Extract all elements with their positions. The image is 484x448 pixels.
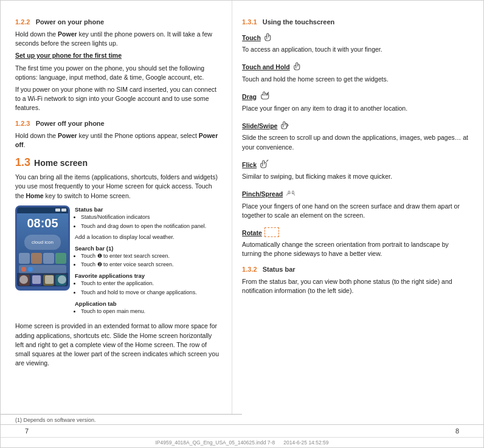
drag-desc: Place your finger on any item to drag it… [242,104,469,113]
rotate-header: Rotate [242,225,469,239]
setup-heading: Set up your phone for the first time [15,51,222,60]
page-container: 1.2.2 Power on your phone Hold down the … [0,0,484,448]
section-131: 1.3.1 Using the touchscreen Touch To acc… [242,18,469,259]
slide-header: Slide/Swipe [242,118,469,132]
section-123: 1.2.3 Power off your phone Hold down the… [15,119,222,150]
touch-hold-desc: Touch and hold the home screen to get th… [242,75,469,84]
pinch-spread-icon [285,188,296,199]
fav-apps-label: Favorite applications tray Touch to ente… [75,272,222,296]
rotate-icon [264,227,279,237]
drag-icon [259,90,270,101]
touch-hold-entry: Touch and Hold Touch and hold the home s… [242,59,469,83]
phone-bottom-bar [17,273,68,286]
phone-status-bar [17,207,68,213]
pinch-desc: Place your fingers of one hand on the sc… [242,202,469,220]
flick-header: Flick [242,157,469,171]
weather-label: Add a location to display local weather. [75,233,222,241]
status-bar-label: Status bar Status/Notification indicator… [75,205,222,230]
pinch-header: Pinch/Spread [242,186,469,200]
section-132-para1: From the status bar, you can view both p… [242,277,469,295]
swipe-icon [279,120,290,131]
section-122-para2: The first time you power on the phone, y… [15,64,222,82]
phone-screen: 08:05 cloud icon [17,207,68,286]
touch-hand-icon [263,32,274,43]
drag-header: Drag [242,89,469,103]
slide-entry: Slide/Swipe Slide the screen to scroll u… [242,118,469,152]
right-page-num: 8 [455,427,459,435]
touch-hold-hand-icon [292,61,303,72]
flick-entry: Flick Similar to swiping, but flicking m… [242,157,469,181]
section-132: 1.3.2 Status bar From the status bar, yo… [242,265,469,295]
section-122-heading: 1.2.2 Power on your phone [15,18,222,27]
section-131-heading: 1.3.1 Using the touchscreen [242,18,469,27]
diagram-labels: Status bar Status/Notification indicator… [75,205,222,319]
drag-entry: Drag Place your finger on any item to dr… [242,89,469,113]
section-132-heading: 1.3.2 Status bar [242,265,469,275]
section-13-para2: Home screen is provided in an extended f… [15,322,222,368]
section-122: 1.2.2 Power on your phone Hold down the … [15,18,222,113]
search-bar-label: Search bar (1) Touch ❶ to enter text sea… [75,244,222,269]
footnote-row: (1) Depends on software version. [1,414,483,424]
touch-header: Touch [242,30,469,44]
right-column: 1.3.1 Using the touchscreen Touch To acc… [232,1,483,414]
bottom-info: IP4959_4018A_QG_Eng_USA_05_140625.indd 7… [1,437,483,447]
home-screen-diagram: 08:05 cloud icon [15,205,222,319]
rotate-desc: Automatically change the screen orientat… [242,240,469,258]
flick-desc: Similar to swiping, but flicking makes i… [242,172,469,181]
section-123-para1: Hold down the Power key until the Phone … [15,131,222,150]
pinch-entry: Pinch/Spread Place your fingers of one [242,186,469,220]
page-numbers: 7 8 [1,424,483,437]
left-column: 1.2.2 Power on your phone Hold down the … [1,1,232,414]
slide-desc: Slide the screen to scroll up and down t… [242,133,469,151]
touch-entry: Touch To access an application, touch it… [242,30,469,54]
section-13: 1.3 Home screen You can bring all the it… [15,154,222,368]
footnote: (1) Depends on software version. [1,414,242,424]
footer-area: (1) Depends on software version. 7 8 IP4… [1,414,483,447]
file-info: IP4959_4018A_QG_Eng_USA_05_140625.indd 7… [156,439,275,446]
date-info: 2014-6-25 14:52:59 [283,439,328,446]
section-13-para1: You can bring all the items (application… [15,173,222,201]
rotate-entry: Rotate Automatically change the screen o… [242,225,469,259]
phone-time: 08:05 [17,213,68,233]
left-page-num: 7 [25,427,29,435]
touch-hold-header: Touch and Hold [242,59,469,73]
section-122-para1: Hold down the Power key until the phone … [15,30,222,48]
section-122-para3: If you power on your phone with no SIM c… [15,85,222,113]
section-123-heading: 1.2.3 Power off your phone [15,119,222,129]
footnote-spacer [242,414,483,424]
touch-desc: To access an application, touch it with … [242,45,469,54]
section-13-heading: 1.3 Home screen [15,154,222,170]
flick-icon [258,159,269,170]
page-body: 1.2.2 Power on your phone Hold down the … [1,1,483,414]
app-tab-label: Application tab Touch to open main menu. [75,300,222,315]
phone-mockup: 08:05 cloud icon [15,205,70,291]
